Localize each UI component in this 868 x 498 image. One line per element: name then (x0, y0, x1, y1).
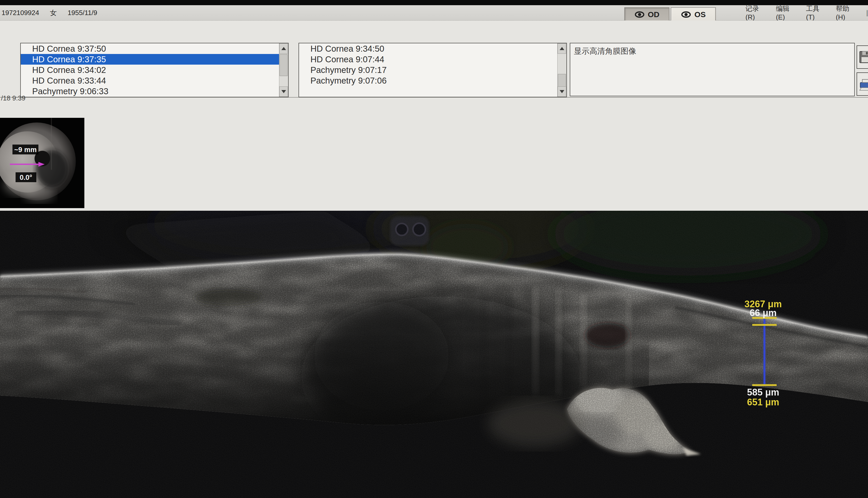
scan-list-left: HD Cornea 9:37:50 HD Cornea 9:37:35 HD C… (20, 43, 289, 97)
list-item[interactable]: Pachymetry 9:07:17 (299, 65, 566, 75)
scroll-down-button[interactable] (557, 87, 566, 97)
arrow-up-icon (560, 47, 564, 50)
preview-angle-label: 0.0° (20, 174, 32, 181)
arrow-up-icon (281, 47, 286, 50)
scrollbar[interactable] (557, 43, 566, 97)
list-item[interactable]: HD Cornea 9:07:44 (299, 54, 566, 65)
iris-preview[interactable]: ~9 mm 0.0° (0, 118, 84, 208)
epithelium-thickness-label: 66 μm (750, 307, 777, 318)
list-item-selected[interactable]: HD Cornea 9:37:35 (21, 54, 288, 65)
od-button[interactable]: OD (624, 7, 669, 22)
scroll-up-button[interactable] (279, 43, 288, 54)
save-icon (859, 50, 868, 64)
patient-gender: 女 (50, 8, 57, 17)
screen-bezel (0, 0, 868, 5)
menu-record[interactable]: 记录(R) (746, 4, 764, 21)
scroll-thumb[interactable] (279, 54, 288, 76)
menu-bar: 1972109924 女 1955/11/9 OD OS 记录(R) (0, 5, 868, 21)
menu-separator: | (866, 9, 868, 17)
save-button[interactable] (857, 45, 868, 69)
eye-icon (681, 11, 691, 18)
eye-toggle-group: OD OS (624, 7, 716, 22)
arrow-down-icon (281, 90, 286, 93)
od-label: OD (648, 10, 660, 19)
menu-tools[interactable]: 工具(T) (806, 4, 824, 21)
total-thickness-label: 651 μm (747, 397, 779, 407)
list-item[interactable]: Pachymetry 9:06:33 (21, 86, 288, 96)
scrollbar[interactable] (279, 43, 288, 97)
preview-width-label: ~9 mm (14, 146, 37, 154)
scroll-up-button[interactable] (557, 43, 566, 54)
stroma-thickness-label: 585 μm (747, 387, 779, 397)
list-item[interactable]: HD Cornea 9:37:50 (21, 43, 288, 54)
list-item[interactable]: HD Cornea 9:33:44 (21, 75, 288, 86)
menu-items: 记录(R) 编辑(E) 工具(T) 帮助(H) | (746, 5, 868, 20)
grain-overlay (0, 211, 868, 498)
list-item[interactable]: Pachymetry 9:07:06 (299, 75, 566, 86)
print-button[interactable] (857, 73, 868, 96)
scroll-down-button[interactable] (279, 87, 288, 97)
os-button[interactable]: OS (671, 7, 716, 22)
patient-dob: 1955/11/9 (68, 9, 97, 17)
scan-description-panel: 显示高清角膜图像 (570, 43, 855, 96)
patient-info: 1972109924 女 1955/11/9 (2, 5, 97, 20)
patient-id: 1972109924 (2, 9, 39, 17)
scan-description-text: 显示高清角膜图像 (574, 47, 636, 55)
os-label: OS (694, 10, 706, 19)
menu-help[interactable]: 帮助(H) (836, 4, 854, 21)
list-item[interactable]: HD Cornea 9:34:50 (299, 43, 566, 54)
eye-icon (634, 11, 645, 18)
list-item[interactable]: HD Cornea 9:34:02 (21, 65, 288, 75)
menu-edit[interactable]: 编辑(E) (776, 4, 794, 21)
arrow-down-icon (560, 90, 564, 93)
timestamp-fragment: /18 9:39 (1, 94, 25, 102)
upper-panel: HD Cornea 9:37:50 HD Cornea 9:37:35 HD C… (0, 21, 868, 211)
scan-list-right: HD Cornea 9:34:50 HD Cornea 9:07:44 Pach… (299, 43, 567, 97)
oct-bscan-image[interactable]: 3267 μm 66 μm 585 μm 651 μm @李邦109 (0, 211, 868, 498)
print-icon (859, 77, 868, 91)
